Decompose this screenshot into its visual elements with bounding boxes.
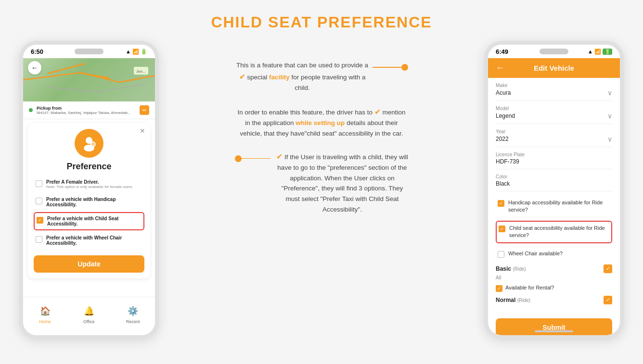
checkbox-row-handicap[interactable]: Handicap accessibility available for Rid… bbox=[496, 196, 612, 217]
basic-ride-checkbox[interactable]: ✓ bbox=[604, 264, 612, 273]
cb-handicap-label: Handicap accessibility available for Rid… bbox=[508, 199, 610, 214]
pickup-dot bbox=[29, 108, 33, 112]
cb-wheelchair-right[interactable] bbox=[498, 251, 504, 258]
right-status-icons: ▲ 📶 🔋 bbox=[588, 49, 612, 55]
submit-button[interactable]: Submit bbox=[496, 318, 612, 337]
pref-title: Preference bbox=[34, 162, 144, 172]
right-time: 6:49 bbox=[496, 48, 508, 55]
pref-option-child-seat[interactable]: Prefer a vehicle with Child Seat Accessi… bbox=[34, 212, 144, 230]
value-licence: HDF-739 bbox=[496, 158, 519, 165]
value-color: Black bbox=[496, 180, 510, 187]
nav-office[interactable]: 🔔 Office bbox=[82, 304, 96, 324]
label-color: Color bbox=[496, 174, 612, 179]
content-area: 6:50 ▲ 📶 🔋 ← Joo... bbox=[0, 41, 643, 339]
connector-dot-2 bbox=[235, 155, 242, 162]
preference-modal: ✕ ⚙ Preference Prefer A Female Driver. N… bbox=[28, 123, 150, 278]
map-decoration: Joo... bbox=[23, 58, 155, 101]
left-status-bar: 6:50 ▲ 📶 🔋 bbox=[23, 45, 155, 58]
feature-desc-3: ✔ If the User is traveling with a child,… bbox=[276, 151, 408, 215]
left-phone: 6:50 ▲ 📶 🔋 ← Joo... bbox=[19, 41, 159, 339]
svg-line-4 bbox=[95, 85, 143, 92]
recent-icon: ⚙️ bbox=[126, 304, 140, 318]
field-model: Model Legend ∨ bbox=[496, 106, 612, 124]
left-status-icons: ▲ 📶 🔋 bbox=[126, 49, 147, 55]
office-icon: 🔔 bbox=[82, 304, 96, 318]
pickup-bar: Pickup from NH147, Makarba, Sarkhej, Vej… bbox=[23, 101, 155, 119]
field-make: Make Acura ∨ bbox=[496, 83, 612, 101]
field-licence: Licence Plate HDF-739 bbox=[496, 152, 612, 169]
checkbox-handicap[interactable] bbox=[36, 198, 42, 204]
checkbox-child-seat[interactable] bbox=[37, 217, 43, 224]
chevron-make[interactable]: ∨ bbox=[607, 89, 612, 97]
page-title: CHILD SEAT PREFERENCE bbox=[0, 13, 643, 31]
right-bottom-bar bbox=[535, 330, 573, 332]
update-button[interactable]: Update bbox=[34, 255, 144, 273]
pickup-info: Pickup from NH147, Makarba, Sarkhej, Vej… bbox=[37, 106, 136, 115]
normal-ride-label: Normal (Ride) bbox=[496, 297, 530, 303]
map-area: ← Joo... bbox=[23, 58, 155, 101]
checkbox-row-wheelchair-right[interactable]: Wheel Chair available? bbox=[496, 247, 612, 261]
normal-ride-checkbox[interactable]: ✓ bbox=[604, 296, 612, 304]
field-year: Year 2022 ∨ bbox=[496, 129, 612, 147]
value-make: Acura bbox=[496, 89, 511, 96]
svg-text:⚙: ⚙ bbox=[91, 142, 95, 147]
label-make: Make bbox=[496, 83, 612, 88]
left-time: 6:50 bbox=[31, 48, 43, 55]
svg-line-2 bbox=[119, 75, 155, 82]
edit-vehicle-header: ← Edit Vehicle bbox=[488, 58, 620, 78]
value-year: 2022 bbox=[496, 136, 509, 142]
pref-option-wheelchair[interactable]: Prefer a vehicle with Wheel Chair Access… bbox=[34, 232, 144, 249]
feature-desc-2: In order to enable this feature, the dri… bbox=[235, 106, 408, 139]
connector-line-1 bbox=[373, 67, 401, 68]
cb-child-seat[interactable] bbox=[499, 226, 505, 232]
right-phone: 6:49 ▲ 📶 🔋 ← Edit Vehicle Make Acura ∨ bbox=[484, 41, 624, 339]
basic-ride-label: Basic (Ride) bbox=[496, 265, 526, 272]
basic-ride-section: Basic (Ride) ✓ All bbox=[496, 264, 612, 280]
cb-handicap[interactable] bbox=[498, 200, 504, 207]
pref-option-handicap[interactable]: Prefer a vehicle with Handicap Accessibi… bbox=[34, 194, 144, 210]
right-status-bar: 6:49 ▲ 📶 🔋 bbox=[488, 45, 620, 58]
pref-avatar: ⚙ bbox=[75, 129, 103, 158]
value-model: Legend bbox=[496, 113, 515, 119]
svg-text:Joo...: Joo... bbox=[136, 69, 146, 74]
home-icon: 🏠 bbox=[39, 304, 52, 318]
available-rental-row[interactable]: Available for Rental? bbox=[496, 284, 612, 292]
checkbox-wheelchair[interactable] bbox=[36, 236, 42, 243]
all-label: All bbox=[496, 275, 612, 280]
field-color: Color Black bbox=[496, 174, 612, 191]
cb-rental-label: Available for Rental? bbox=[505, 284, 554, 291]
checkbox-row-child-seat[interactable]: Child seat accessibility available for R… bbox=[496, 221, 612, 243]
chevron-model[interactable]: ∨ bbox=[607, 112, 612, 120]
close-button[interactable]: ✕ bbox=[140, 127, 145, 135]
normal-ride-section: Normal (Ride) ✓ bbox=[496, 296, 612, 304]
chevron-year[interactable]: ∨ bbox=[607, 135, 612, 143]
cb-child-seat-label: Child seat accessibility available for R… bbox=[509, 225, 609, 239]
connector-dot-1 bbox=[401, 64, 408, 71]
header-title: Edit Vehicle bbox=[509, 64, 599, 72]
label-licence: Licence Plate bbox=[496, 152, 612, 157]
header-back-button[interactable]: ← bbox=[496, 63, 504, 73]
nav-home[interactable]: 🏠 Home bbox=[39, 304, 52, 324]
vehicle-form: Make Acura ∨ Model Legend ∨ Year 2022 bbox=[488, 78, 620, 315]
label-year: Year bbox=[496, 129, 612, 134]
pickup-edit-icon[interactable]: ✏ bbox=[140, 105, 149, 115]
svg-line-1 bbox=[81, 73, 119, 82]
checkbox-female[interactable] bbox=[36, 180, 42, 187]
cb-wheelchair-right-label: Wheel Chair available? bbox=[508, 250, 563, 257]
middle-content: This is a feature that can be used to pr… bbox=[225, 41, 418, 214]
label-model: Model bbox=[496, 106, 612, 111]
cb-rental[interactable] bbox=[496, 285, 502, 292]
svg-line-3 bbox=[47, 87, 95, 92]
nav-recent[interactable]: ⚙️ Recent bbox=[126, 304, 140, 324]
bottom-nav: 🏠 Home 🔔 Office ⚙️ Recent bbox=[23, 297, 155, 335]
feature-desc-1: This is a feature that can be used to pr… bbox=[235, 60, 370, 93]
connector-line-2 bbox=[242, 158, 270, 159]
pref-option-female[interactable]: Prefer A Female Driver. Note: This optio… bbox=[34, 176, 144, 192]
page-title-section: CHILD SEAT PREFERENCE bbox=[0, 0, 643, 41]
svg-line-0 bbox=[23, 73, 81, 80]
